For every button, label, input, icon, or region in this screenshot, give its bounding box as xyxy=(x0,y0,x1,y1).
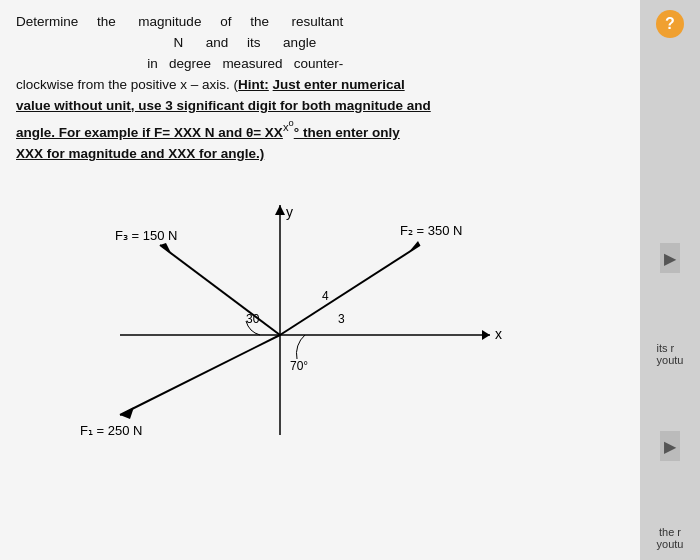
word-counter: counter- xyxy=(294,56,344,71)
svg-marker-1 xyxy=(482,330,490,340)
hint-label: Hint: xyxy=(238,77,269,92)
angle-70-label: 70° xyxy=(290,359,308,373)
hint-line2: value without unit, use 3 significant di… xyxy=(16,98,431,113)
svg-line-8 xyxy=(120,335,280,415)
hint-line3b: ° then enter only xyxy=(294,125,400,140)
word-of: of xyxy=(220,14,231,29)
word-and: and xyxy=(206,35,229,50)
word-its: its xyxy=(247,35,261,50)
word-determine: Determine xyxy=(16,14,78,29)
right-sidebar: ? ▶ its r youtu ▶ the r youtu xyxy=(640,0,700,560)
word-measured: measured xyxy=(222,56,282,71)
svg-marker-3 xyxy=(275,205,285,215)
x-axis-label: x xyxy=(495,326,502,342)
word-degree: degree xyxy=(169,56,211,71)
svg-line-4 xyxy=(160,245,280,335)
word-the-2: the xyxy=(250,14,269,29)
f1-label: F₁ = 250 N xyxy=(80,423,142,438)
sidebar-top: ? xyxy=(656,10,684,38)
f3-label: F₃ = 150 N xyxy=(115,228,177,243)
sidebar-bottom-text: the r youtu xyxy=(657,526,684,550)
word-resultant: resultant xyxy=(291,14,343,29)
sidebar-middle-arrow[interactable]: ▶ xyxy=(660,243,680,273)
word-in: in xyxy=(147,56,158,71)
tick-3: 3 xyxy=(338,312,345,326)
sidebar-bottom-arrow[interactable]: ▶ xyxy=(660,431,680,461)
angle-30-label: 30 xyxy=(246,312,260,326)
word-angle: angle xyxy=(283,35,316,50)
f2-label: F₂ = 350 N xyxy=(400,223,462,238)
hint-line3: angle. For example if F= XXX N and θ= XX xyxy=(16,125,283,140)
tick-4: 4 xyxy=(322,289,329,303)
superscript-o: xo xyxy=(283,121,294,133)
hint-line4: XXX for magnitude and XXX for angle.) xyxy=(16,146,264,161)
svg-line-6 xyxy=(280,245,420,335)
diagram-area: x y F₃ = 150 N 30 F₂ = 350 N 4 3 xyxy=(60,175,580,455)
svg-marker-5 xyxy=(160,243,172,255)
hint-text: Just enter numerical xyxy=(273,77,405,92)
force-diagram: x y F₃ = 150 N 30 F₂ = 350 N 4 3 xyxy=(60,175,580,455)
word-magnitude: magnitude xyxy=(138,14,201,29)
word-N: N xyxy=(174,35,184,50)
main-content: Determine the magnitude of the resultant… xyxy=(0,0,640,560)
word-the-1: the xyxy=(97,14,116,29)
y-axis-label: y xyxy=(286,204,293,220)
question-text: Determine the magnitude of the resultant… xyxy=(16,12,624,165)
help-button[interactable]: ? xyxy=(656,10,684,38)
its-label: its r youtu xyxy=(657,342,684,366)
word-clockwise-sentence: clockwise from the positive x – axis. xyxy=(16,77,230,92)
